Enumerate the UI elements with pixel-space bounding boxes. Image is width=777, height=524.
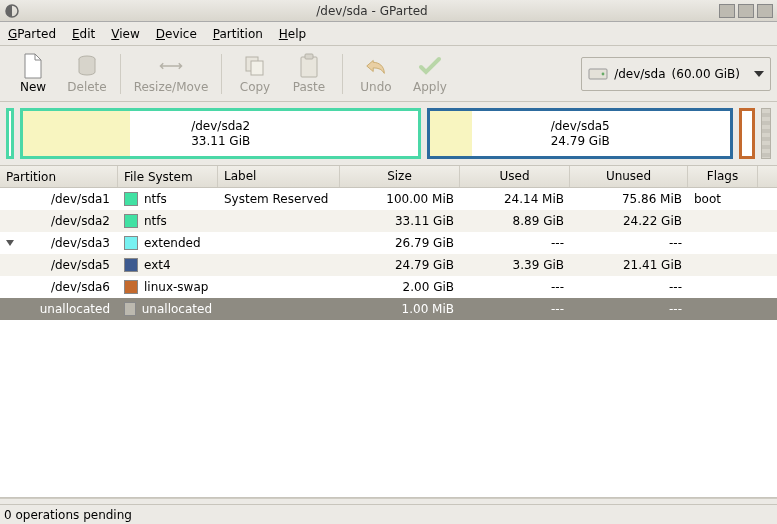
device-name: /dev/sda [614, 67, 665, 81]
table-row[interactable]: /dev/sda5ext424.79 GiB3.39 GiB21.41 GiB [0, 254, 777, 276]
svg-rect-5 [305, 54, 313, 59]
copy-icon [243, 54, 267, 78]
new-button[interactable]: New [6, 49, 60, 99]
svg-point-7 [602, 72, 605, 75]
vis-sda1[interactable] [6, 108, 14, 159]
fs-name: extended [144, 236, 201, 250]
resize-icon [159, 54, 183, 78]
apply-button: Apply [403, 49, 457, 99]
partition-name: unallocated [0, 302, 118, 316]
resize-label: Resize/Move [134, 80, 209, 94]
vis-sda2[interactable]: /dev/sda233.11 GiB [20, 108, 421, 159]
fs-name: ntfs [144, 214, 167, 228]
delete-label: Delete [67, 80, 106, 94]
apply-icon [418, 54, 442, 78]
table-row[interactable]: /dev/sda6linux-swap2.00 GiB------ [0, 276, 777, 298]
device-size: (60.00 GiB) [672, 67, 740, 81]
vis-sda2-name: /dev/sda2 [191, 119, 250, 133]
col-flags[interactable]: Flags [688, 166, 758, 187]
menu-gparted[interactable]: GParted [8, 27, 56, 41]
copy-label: Copy [240, 80, 270, 94]
cell-flags: boot [688, 192, 758, 206]
device-selector[interactable]: /dev/sda (60.00 GiB) [581, 57, 771, 91]
svg-rect-3 [251, 61, 263, 75]
col-used[interactable]: Used [460, 166, 570, 187]
col-partition[interactable]: Partition [0, 166, 118, 187]
partition-table[interactable]: /dev/sda1ntfsSystem Reserved100.00 MiB24… [0, 188, 777, 498]
cell-used: 3.39 GiB [460, 258, 570, 272]
system-menu-icon[interactable] [4, 3, 20, 19]
fs-swatch [124, 302, 136, 316]
col-filesystem[interactable]: File System [118, 166, 218, 187]
cell-size: 33.11 GiB [340, 214, 460, 228]
expander-icon[interactable] [6, 240, 14, 246]
menubar: GParted Edit View Device Partition Help [0, 22, 777, 46]
fs-swatch [124, 258, 138, 272]
fs-name: ext4 [144, 258, 171, 272]
menu-help[interactable]: Help [279, 27, 306, 41]
separator [221, 54, 222, 94]
toolbar: New Delete Resize/Move Copy Paste Undo A… [0, 46, 777, 102]
undo-button: Undo [349, 49, 403, 99]
col-size[interactable]: Size [340, 166, 460, 187]
vis-sda5-name: /dev/sda5 [551, 119, 610, 133]
table-row[interactable]: /dev/sda3extended26.79 GiB------ [0, 232, 777, 254]
cell-size: 1.00 MiB [340, 302, 460, 316]
cell-label: System Reserved [218, 192, 340, 206]
menu-view[interactable]: View [111, 27, 139, 41]
copy-button: Copy [228, 49, 282, 99]
fs-name: ntfs [144, 192, 167, 206]
partition-name: /dev/sda6 [0, 280, 118, 294]
vis-scroll[interactable] [761, 108, 771, 159]
paste-label: Paste [293, 80, 325, 94]
fs-name: linux-swap [144, 280, 208, 294]
titlebar: /dev/sda - GParted [0, 0, 777, 22]
cell-used: --- [460, 236, 570, 250]
cell-used: 8.89 GiB [460, 214, 570, 228]
resize-button: Resize/Move [127, 49, 215, 99]
new-icon [21, 54, 45, 78]
cell-unused: --- [570, 236, 688, 250]
delete-icon [75, 54, 99, 78]
partition-visual: /dev/sda233.11 GiB /dev/sda524.79 GiB [0, 102, 777, 166]
cell-size: 2.00 GiB [340, 280, 460, 294]
cell-used: --- [460, 280, 570, 294]
col-label[interactable]: Label [218, 166, 340, 187]
col-unused[interactable]: Unused [570, 166, 688, 187]
partition-name: /dev/sda1 [0, 192, 118, 206]
window-title: /dev/sda - GParted [28, 4, 716, 18]
partition-name: /dev/sda5 [0, 258, 118, 272]
menu-edit[interactable]: Edit [72, 27, 95, 41]
undo-icon [364, 54, 388, 78]
table-row[interactable]: /dev/sda1ntfsSystem Reserved100.00 MiB24… [0, 188, 777, 210]
vis-sda6[interactable] [739, 108, 755, 159]
fs-name: unallocated [142, 302, 212, 316]
fs-swatch [124, 214, 138, 228]
menu-partition[interactable]: Partition [213, 27, 263, 41]
cell-unused: --- [570, 302, 688, 316]
cell-used: --- [460, 302, 570, 316]
table-row[interactable]: unallocatedunallocated1.00 MiB------ [0, 298, 777, 320]
separator [120, 54, 121, 94]
menu-device[interactable]: Device [156, 27, 197, 41]
minimize-button[interactable] [719, 4, 735, 18]
vis-sda5-size: 24.79 GiB [551, 134, 610, 148]
chevron-down-icon [754, 71, 764, 77]
close-button[interactable] [757, 4, 773, 18]
partition-name: /dev/sda3 [18, 236, 110, 250]
vis-sda2-size: 33.11 GiB [191, 134, 250, 148]
maximize-button[interactable] [738, 4, 754, 18]
disk-icon [588, 66, 608, 82]
apply-label: Apply [413, 80, 447, 94]
delete-button: Delete [60, 49, 114, 99]
vis-sda5[interactable]: /dev/sda524.79 GiB [427, 108, 733, 159]
cell-size: 24.79 GiB [340, 258, 460, 272]
cell-size: 26.79 GiB [340, 236, 460, 250]
table-row[interactable]: /dev/sda2ntfs33.11 GiB8.89 GiB24.22 GiB [0, 210, 777, 232]
undo-label: Undo [360, 80, 391, 94]
paste-button: Paste [282, 49, 336, 99]
status-text: 0 operations pending [4, 508, 132, 522]
cell-unused: 21.41 GiB [570, 258, 688, 272]
svg-rect-4 [301, 57, 317, 77]
paste-icon [297, 54, 321, 78]
